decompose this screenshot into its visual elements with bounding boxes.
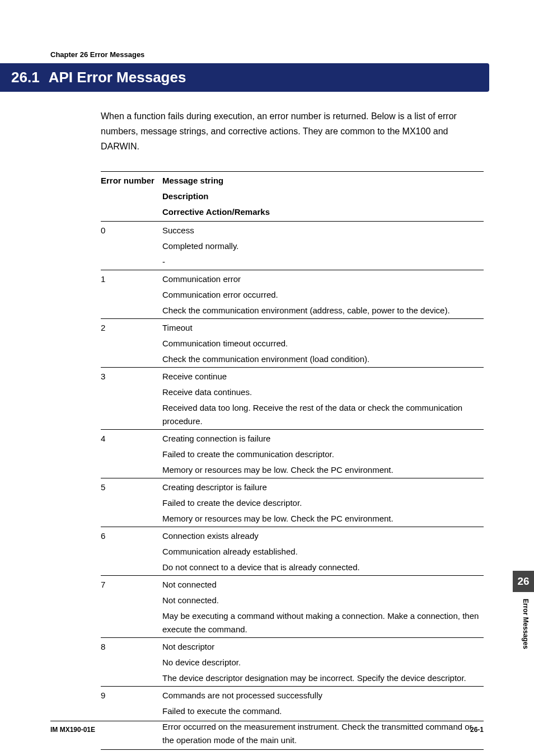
- error-msg: Creating connection is failure: [162, 429, 484, 447]
- error-num: 6: [101, 527, 162, 544]
- error-num: 4: [101, 429, 162, 447]
- header-col2-line1: Message string: [162, 171, 484, 189]
- error-num: 3: [101, 367, 162, 384]
- error-msg: Not descriptor: [162, 637, 484, 655]
- error-desc: Failed to execute the command.: [162, 703, 484, 719]
- header-col2-line2: Description: [162, 189, 484, 204]
- section-title-bar: 26.1 API Error Messages: [0, 63, 489, 92]
- error-action: -: [162, 254, 484, 270]
- section-title: API Error Messages: [49, 69, 186, 86]
- error-desc: Failed to create the device descriptor.: [162, 495, 484, 511]
- error-msg: Timeout: [162, 318, 484, 336]
- error-num: 8: [101, 637, 162, 655]
- error-msg: Not connected: [162, 575, 484, 593]
- error-action: Check the communication environment (loa…: [162, 351, 484, 368]
- section-number: 26.1: [11, 69, 40, 86]
- error-num: 2: [101, 318, 162, 336]
- error-num: 1: [101, 270, 162, 287]
- error-desc: Communication error occurred.: [162, 287, 484, 303]
- error-msg: Communication error: [162, 270, 484, 287]
- error-num: 7: [101, 575, 162, 593]
- error-desc: Not connected.: [162, 593, 484, 608]
- error-desc: Communication timeout occurred.: [162, 336, 484, 351]
- error-action: The device descriptor designation may be…: [162, 670, 484, 687]
- error-msg: Receive continue: [162, 367, 484, 384]
- error-msg: Success: [162, 221, 484, 238]
- error-num: 5: [101, 478, 162, 495]
- intro-paragraph: When a function fails during execution, …: [101, 109, 484, 154]
- error-desc: Completed normally.: [162, 238, 484, 254]
- error-action: Check the communication environment (add…: [162, 303, 484, 319]
- header-col2-line3: Corrective Action/Remarks: [162, 204, 484, 222]
- error-msg: Connection exists already: [162, 527, 484, 544]
- error-desc: No device descriptor.: [162, 655, 484, 670]
- footer-left: IM MX190-01E: [50, 726, 95, 734]
- side-tab-chapter: 26: [513, 571, 534, 592]
- error-desc: Failed to create the communication descr…: [162, 447, 484, 462]
- error-action: Memory or resources may be low. Check th…: [162, 462, 484, 478]
- header-col1: Error number: [101, 171, 162, 189]
- error-action: May be executing a command without makin…: [162, 608, 484, 638]
- error-action: Received data too long. Receive the rest…: [162, 400, 484, 430]
- error-table: Error number Message string Description …: [101, 171, 484, 750]
- error-msg: Commands are not processed successfully: [162, 686, 484, 703]
- side-label: Error Messages: [522, 599, 530, 649]
- error-desc: Receive data continues.: [162, 384, 484, 400]
- chapter-header: Chapter 26 Error Messages: [50, 50, 484, 59]
- error-action: Do not connect to a device that is alrea…: [162, 560, 484, 576]
- error-msg: Creating descriptor is failure: [162, 478, 484, 495]
- error-action: Memory or resources may be low. Check th…: [162, 511, 484, 527]
- footer: IM MX190-01E 26-1: [50, 721, 484, 734]
- error-num: 0: [101, 221, 162, 238]
- error-num: 9: [101, 686, 162, 703]
- footer-right: 26-1: [470, 726, 484, 734]
- error-desc: Communication already established.: [162, 544, 484, 560]
